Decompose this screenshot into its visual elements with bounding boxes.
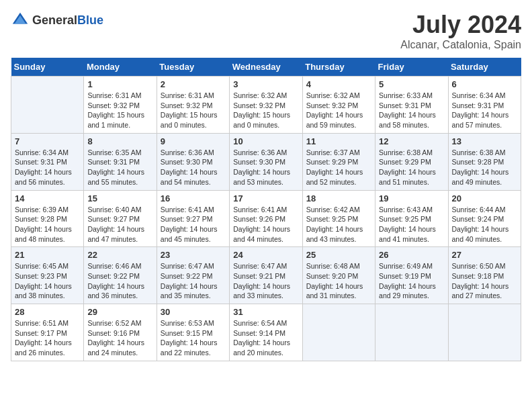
calendar-header-thursday: Thursday (302, 58, 375, 77)
day-number: 30 (161, 307, 226, 317)
day-info: Sunrise: 6:34 AM Sunset: 9:31 PM Dayligh… (452, 91, 517, 130)
calendar-header-row: SundayMondayTuesdayWednesdayThursdayFrid… (11, 58, 521, 77)
location-title: Alcanar, Catalonia, Spain (400, 39, 521, 51)
calendar-cell: 18Sunrise: 6:42 AM Sunset: 9:25 PM Dayli… (302, 190, 375, 247)
day-number: 6 (452, 79, 517, 89)
calendar-cell: 24Sunrise: 6:47 AM Sunset: 9:21 PM Dayli… (230, 247, 302, 304)
calendar-cell: 10Sunrise: 6:36 AM Sunset: 9:30 PM Dayli… (230, 133, 302, 190)
calendar-cell: 2Sunrise: 6:31 AM Sunset: 9:32 PM Daylig… (157, 77, 229, 134)
calendar-cell: 9Sunrise: 6:36 AM Sunset: 9:30 PM Daylig… (157, 133, 229, 190)
calendar-cell: 26Sunrise: 6:49 AM Sunset: 9:19 PM Dayli… (375, 247, 448, 304)
calendar-week-row: 1Sunrise: 6:31 AM Sunset: 9:32 PM Daylig… (11, 77, 521, 134)
calendar-cell: 23Sunrise: 6:47 AM Sunset: 9:22 PM Dayli… (157, 247, 229, 304)
calendar-week-row: 14Sunrise: 6:39 AM Sunset: 9:28 PM Dayli… (11, 190, 521, 247)
day-number: 2 (161, 79, 226, 89)
logo-text-blue: Blue (77, 13, 103, 27)
day-info: Sunrise: 6:31 AM Sunset: 9:32 PM Dayligh… (87, 91, 152, 130)
day-info: Sunrise: 6:40 AM Sunset: 9:27 PM Dayligh… (87, 205, 152, 244)
day-number: 4 (306, 79, 371, 89)
day-info: Sunrise: 6:35 AM Sunset: 9:31 PM Dayligh… (87, 148, 152, 187)
calendar-cell: 8Sunrise: 6:35 AM Sunset: 9:31 PM Daylig… (84, 133, 157, 190)
calendar-cell (302, 304, 375, 361)
calendar-week-row: 7Sunrise: 6:34 AM Sunset: 9:31 PM Daylig… (11, 133, 521, 190)
day-info: Sunrise: 6:36 AM Sunset: 9:30 PM Dayligh… (161, 148, 226, 187)
calendar-header-saturday: Saturday (448, 58, 521, 77)
month-title: July 2024 (400, 11, 521, 39)
day-number: 3 (233, 79, 298, 89)
calendar-cell: 20Sunrise: 6:44 AM Sunset: 9:24 PM Dayli… (448, 190, 521, 247)
day-info: Sunrise: 6:39 AM Sunset: 9:28 PM Dayligh… (15, 205, 80, 244)
calendar-cell: 22Sunrise: 6:46 AM Sunset: 9:22 PM Dayli… (84, 247, 157, 304)
calendar-cell: 29Sunrise: 6:52 AM Sunset: 9:16 PM Dayli… (84, 304, 157, 361)
calendar-cell: 3Sunrise: 6:32 AM Sunset: 9:32 PM Daylig… (230, 77, 302, 134)
day-number: 20 (452, 193, 517, 203)
calendar-cell: 31Sunrise: 6:54 AM Sunset: 9:14 PM Dayli… (230, 304, 302, 361)
day-number: 25 (306, 250, 371, 260)
calendar-header-friday: Friday (375, 58, 448, 77)
title-block: July 2024 Alcanar, Catalonia, Spain (400, 11, 521, 51)
day-number: 21 (15, 250, 80, 260)
day-number: 29 (87, 307, 152, 317)
day-info: Sunrise: 6:45 AM Sunset: 9:23 PM Dayligh… (15, 261, 80, 301)
day-info: Sunrise: 6:53 AM Sunset: 9:15 PM Dayligh… (161, 318, 226, 358)
day-number: 16 (161, 193, 226, 203)
day-number: 12 (379, 136, 444, 146)
calendar-table: SundayMondayTuesdayWednesdayThursdayFrid… (11, 58, 521, 361)
day-number: 13 (452, 136, 517, 146)
calendar-cell: 4Sunrise: 6:32 AM Sunset: 9:32 PM Daylig… (302, 77, 375, 134)
day-info: Sunrise: 6:33 AM Sunset: 9:31 PM Dayligh… (379, 91, 444, 130)
calendar-cell (448, 304, 521, 361)
day-number: 18 (306, 193, 371, 203)
calendar-cell: 17Sunrise: 6:41 AM Sunset: 9:26 PM Dayli… (230, 190, 302, 247)
calendar-cell: 15Sunrise: 6:40 AM Sunset: 9:27 PM Dayli… (84, 190, 157, 247)
day-info: Sunrise: 6:50 AM Sunset: 9:18 PM Dayligh… (452, 261, 517, 301)
day-info: Sunrise: 6:48 AM Sunset: 9:20 PM Dayligh… (306, 261, 371, 301)
day-number: 28 (15, 307, 80, 317)
calendar-cell: 16Sunrise: 6:41 AM Sunset: 9:27 PM Dayli… (157, 190, 229, 247)
day-number: 10 (233, 136, 298, 146)
day-info: Sunrise: 6:49 AM Sunset: 9:19 PM Dayligh… (379, 261, 444, 301)
day-info: Sunrise: 6:38 AM Sunset: 9:28 PM Dayligh… (452, 148, 517, 187)
day-info: Sunrise: 6:31 AM Sunset: 9:32 PM Dayligh… (161, 91, 226, 130)
calendar-cell: 19Sunrise: 6:43 AM Sunset: 9:25 PM Dayli… (375, 190, 448, 247)
day-number: 15 (87, 193, 152, 203)
calendar-cell: 6Sunrise: 6:34 AM Sunset: 9:31 PM Daylig… (448, 77, 521, 134)
day-number: 17 (233, 193, 298, 203)
day-info: Sunrise: 6:51 AM Sunset: 9:17 PM Dayligh… (15, 318, 80, 358)
day-number: 11 (306, 136, 371, 146)
day-number: 9 (161, 136, 226, 146)
day-number: 14 (15, 193, 80, 203)
calendar-cell (11, 77, 84, 134)
calendar-header-monday: Monday (84, 58, 157, 77)
day-info: Sunrise: 6:36 AM Sunset: 9:30 PM Dayligh… (233, 148, 298, 187)
day-info: Sunrise: 6:44 AM Sunset: 9:24 PM Dayligh… (452, 205, 517, 244)
calendar-cell: 13Sunrise: 6:38 AM Sunset: 9:28 PM Dayli… (448, 133, 521, 190)
page-header: GeneralBlue July 2024 Alcanar, Catalonia… (11, 11, 521, 51)
day-info: Sunrise: 6:37 AM Sunset: 9:29 PM Dayligh… (306, 148, 371, 187)
calendar-cell: 21Sunrise: 6:45 AM Sunset: 9:23 PM Dayli… (11, 247, 84, 304)
day-info: Sunrise: 6:46 AM Sunset: 9:22 PM Dayligh… (87, 261, 152, 301)
day-number: 5 (379, 79, 444, 89)
calendar-week-row: 28Sunrise: 6:51 AM Sunset: 9:17 PM Dayli… (11, 304, 521, 361)
day-number: 26 (379, 250, 444, 260)
calendar-cell: 27Sunrise: 6:50 AM Sunset: 9:18 PM Dayli… (448, 247, 521, 304)
calendar-cell: 30Sunrise: 6:53 AM Sunset: 9:15 PM Dayli… (157, 304, 229, 361)
calendar-cell: 11Sunrise: 6:37 AM Sunset: 9:29 PM Dayli… (302, 133, 375, 190)
day-info: Sunrise: 6:54 AM Sunset: 9:14 PM Dayligh… (233, 318, 298, 358)
calendar-header-sunday: Sunday (11, 58, 84, 77)
day-number: 7 (15, 136, 80, 146)
day-info: Sunrise: 6:52 AM Sunset: 9:16 PM Dayligh… (87, 318, 152, 358)
day-info: Sunrise: 6:32 AM Sunset: 9:32 PM Dayligh… (306, 91, 371, 130)
calendar-week-row: 21Sunrise: 6:45 AM Sunset: 9:23 PM Dayli… (11, 247, 521, 304)
day-number: 8 (87, 136, 152, 146)
calendar-cell (375, 304, 448, 361)
calendar-header-wednesday: Wednesday (230, 58, 302, 77)
day-number: 23 (161, 250, 226, 260)
day-number: 19 (379, 193, 444, 203)
day-info: Sunrise: 6:38 AM Sunset: 9:29 PM Dayligh… (379, 148, 444, 187)
day-info: Sunrise: 6:32 AM Sunset: 9:32 PM Dayligh… (233, 91, 298, 130)
day-info: Sunrise: 6:43 AM Sunset: 9:25 PM Dayligh… (379, 205, 444, 244)
day-info: Sunrise: 6:47 AM Sunset: 9:21 PM Dayligh… (233, 261, 298, 301)
calendar-cell: 12Sunrise: 6:38 AM Sunset: 9:29 PM Dayli… (375, 133, 448, 190)
day-info: Sunrise: 6:41 AM Sunset: 9:27 PM Dayligh… (161, 205, 226, 244)
